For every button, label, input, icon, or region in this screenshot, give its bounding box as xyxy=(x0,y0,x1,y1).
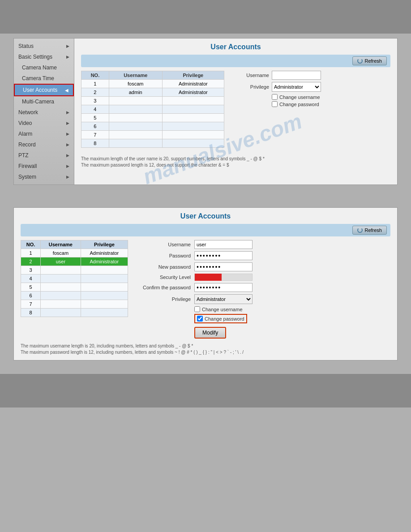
table-row[interactable]: 1 foscam Administrator xyxy=(21,249,128,257)
user-table-1: NO. Username Privilege 1 foscam Administ… xyxy=(81,71,224,148)
col-header-username: Username xyxy=(109,71,162,80)
active-arrow-icon: ◀ xyxy=(65,88,68,93)
change-password-label: Change password xyxy=(279,102,319,107)
table-row[interactable]: 5 xyxy=(81,114,224,122)
panel1-form: Username Privilege Administrator Operato… xyxy=(233,71,321,152)
privilege-label: Privilege xyxy=(233,84,269,90)
security-level-bar xyxy=(195,274,222,281)
sidebar-item-status[interactable]: Status xyxy=(14,41,74,51)
panel2: User Accounts Refresh NO. Username xyxy=(13,207,398,360)
change-username-checkbox[interactable] xyxy=(272,94,278,100)
sidebar-item-system[interactable]: System xyxy=(14,172,74,182)
f2-change-username-row: Change username xyxy=(194,306,253,312)
sidebar-item-network[interactable]: Network xyxy=(14,107,74,118)
change-username-label: Change username xyxy=(279,94,320,100)
f2-change-username-label: Change username xyxy=(202,307,243,312)
table-row[interactable]: 6 xyxy=(21,292,128,300)
panel2-title: User Accounts xyxy=(21,212,390,220)
f2-privilege-select[interactable]: Administrator Operator Visitor xyxy=(194,294,253,304)
username-label: Username xyxy=(233,73,269,78)
f2-password-input[interactable] xyxy=(194,251,253,260)
f2-newpassword-label: New password xyxy=(137,264,191,270)
sidebar-item-record[interactable]: Record xyxy=(14,139,74,150)
f2-security-row: Security Level xyxy=(137,274,253,281)
f2-change-username-checkbox[interactable] xyxy=(194,306,200,312)
f2-password-label: Password xyxy=(137,253,191,258)
sidebar-item-firewall[interactable]: Firewall xyxy=(14,161,74,172)
f2-confirm-label: Confirm the password xyxy=(137,285,191,290)
col-header-no: NO. xyxy=(81,71,109,80)
username-input[interactable] xyxy=(272,71,321,80)
panel2-form: Username Password New password Security … xyxy=(137,240,253,339)
f2-username-label: Username xyxy=(137,242,191,247)
panel2-inner: NO. Username Privilege 1 foscam Administ… xyxy=(21,240,390,339)
table-row[interactable]: 4 xyxy=(81,105,224,114)
panel2-footer: The maximum username length is 20, inclu… xyxy=(21,343,390,356)
table-row[interactable]: 5 xyxy=(21,283,128,292)
col2-privilege: Privilege xyxy=(81,240,128,249)
f2-privilege-label: Privilege xyxy=(137,296,191,302)
f2-confirm-row: Confirm the password xyxy=(137,283,253,292)
panel1-footer: The maximum length of the user name is 2… xyxy=(81,156,390,168)
col2-no: NO. xyxy=(21,240,41,249)
col2-username: Username xyxy=(41,240,81,249)
sidebar-item-ptz[interactable]: PTZ xyxy=(14,150,74,161)
f2-security-label: Security Level xyxy=(137,275,191,280)
bottom-bar xyxy=(0,374,411,408)
f2-change-password-row: Change password xyxy=(194,314,253,323)
f2-change-password-checkbox[interactable] xyxy=(197,316,203,322)
username-row: Username xyxy=(233,71,321,80)
panel2-toolbar: Refresh xyxy=(21,224,390,236)
sidebar-item-basic-settings[interactable]: Basic Settings xyxy=(14,51,74,62)
f2-newpassword-row: New password xyxy=(137,262,253,271)
table-row[interactable]: 8 xyxy=(21,309,128,317)
panel1: Status Basic Settings Camera Name Camera… xyxy=(13,38,398,185)
modify-button[interactable]: Modify xyxy=(194,327,226,339)
panel1-title: User Accounts xyxy=(81,43,390,51)
panel1-inner: NO. Username Privilege 1 foscam Administ… xyxy=(81,71,390,152)
panel1-content: User Accounts Refresh NO. xyxy=(74,39,397,184)
user-table-2: NO. Username Privilege 1 foscam Administ… xyxy=(21,240,128,317)
table-row[interactable]: 8 xyxy=(81,139,224,148)
table-row[interactable]: 2 admin Administrator xyxy=(81,88,224,97)
refresh-icon-2 xyxy=(357,227,363,233)
f2-username-row: Username xyxy=(137,240,253,249)
sidebar-item-multi-camera[interactable]: Multi-Camera xyxy=(14,96,74,107)
security-level-track xyxy=(194,274,253,281)
top-bar xyxy=(0,0,411,34)
change-password-checkbox[interactable] xyxy=(272,101,278,107)
table-row[interactable]: 7 xyxy=(81,131,224,139)
table-row[interactable]: 6 xyxy=(81,122,224,131)
f2-username-input[interactable] xyxy=(194,240,253,249)
table-row[interactable]: 3 xyxy=(81,97,224,105)
privilege-select[interactable]: Administrator Operator Visitor xyxy=(272,82,321,92)
privilege-row: Privilege Administrator Operator Visitor xyxy=(233,82,321,92)
f2-password-row: Password xyxy=(137,251,253,260)
col-header-privilege: Privilege xyxy=(162,71,224,80)
sidebar: Status Basic Settings Camera Name Camera… xyxy=(14,39,74,184)
table-row[interactable]: 1 foscam Administrator xyxy=(81,80,224,88)
f2-privilege-row: Privilege Administrator Operator Visitor xyxy=(137,294,253,304)
sidebar-item-alarm[interactable]: Alarm xyxy=(14,129,74,139)
sidebar-item-user-accounts[interactable]: User Accounts ◀ xyxy=(14,84,74,96)
refresh-button-2[interactable]: Refresh xyxy=(352,226,387,235)
panel2-table-wrapper: NO. Username Privilege 1 foscam Administ… xyxy=(21,240,128,339)
sidebar-item-video[interactable]: Video xyxy=(14,118,74,129)
change-username-row: Change username xyxy=(272,94,321,100)
sidebar-item-camera-time[interactable]: Camera Time xyxy=(14,73,74,84)
f2-modify-row: Modify xyxy=(137,325,253,339)
change-password-box: Change password xyxy=(194,314,247,323)
change-password-row: Change password xyxy=(272,101,321,107)
panel1-table-wrapper: NO. Username Privilege 1 foscam Administ… xyxy=(81,71,224,152)
f2-confirm-input[interactable] xyxy=(194,283,253,292)
table-row[interactable]: 3 xyxy=(21,266,128,275)
refresh-icon xyxy=(357,58,363,64)
panel1-toolbar: Refresh xyxy=(81,55,390,67)
f2-newpassword-input[interactable] xyxy=(194,262,253,271)
table-row-highlighted[interactable]: 2 user Administrator xyxy=(21,257,128,266)
table-row[interactable]: 4 xyxy=(21,275,128,283)
f2-change-password-label: Change password xyxy=(205,316,244,322)
table-row[interactable]: 7 xyxy=(21,300,128,309)
refresh-button-1[interactable]: Refresh xyxy=(352,56,387,65)
sidebar-item-camera-name[interactable]: Camera Name xyxy=(14,62,74,73)
